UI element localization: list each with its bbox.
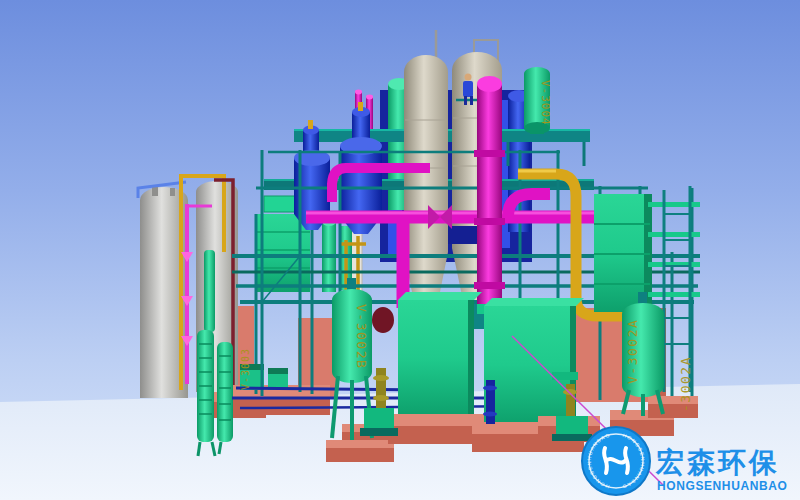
plant-3d-render-view: V-3002B V-3002A -3002A V-3004 V-3003 HON… <box>0 0 800 500</box>
label-v3002a-side: -3002A <box>678 356 693 412</box>
plant-3d-scene: V-3002B V-3002A -3002A V-3004 V-3003 HON… <box>0 0 800 500</box>
label-v3002a-vessel: V-3002A <box>625 319 640 384</box>
logo-cn-text: 宏森环保 <box>655 447 780 478</box>
label-v3004: V-3004 <box>539 80 552 126</box>
label-v3003: V-3003 <box>240 348 251 390</box>
label-v3002b: V-3002B <box>354 304 369 369</box>
tank-box-1 <box>398 292 482 416</box>
maroon-vessel <box>372 307 394 333</box>
magenta-riser-large <box>474 76 505 314</box>
evaporator-column-left <box>404 30 448 328</box>
logo-en-text: HONGSENHUANBAO <box>657 479 787 493</box>
